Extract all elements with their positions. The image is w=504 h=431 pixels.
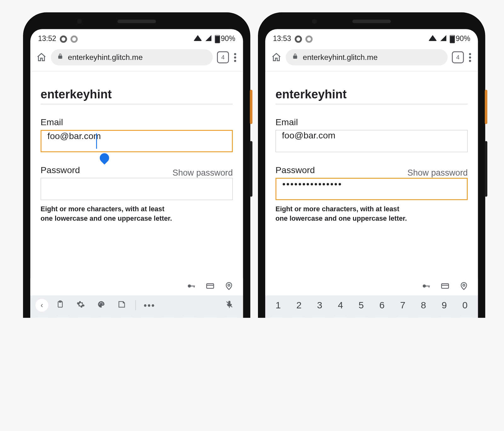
key-r[interactable]: r (331, 317, 349, 318)
sticker-icon[interactable] (113, 300, 130, 311)
tab-switcher[interactable]: 4 (217, 51, 229, 63)
key-icon[interactable] (421, 281, 431, 293)
page-title: enterkeyhint (276, 88, 468, 104)
signal-icon (205, 35, 211, 43)
clipboard-icon[interactable] (52, 300, 69, 311)
key-w[interactable]: w2 (54, 317, 72, 318)
svg-point-5 (228, 284, 230, 286)
svg-point-9 (100, 302, 101, 303)
svg-rect-2 (194, 285, 194, 287)
key-3[interactable]: 3 (309, 300, 330, 311)
battery-icon: 90% (450, 35, 470, 43)
password-hint: Eight or more characters, with at leasto… (41, 204, 233, 223)
status-time: 13:53 (273, 35, 291, 43)
browser-toolbar: enterkeyhint.glitch.me 4 (30, 46, 243, 71)
svg-point-25 (463, 284, 465, 286)
key-1[interactable]: 1 (268, 300, 289, 311)
signal-icon (440, 35, 446, 43)
url-text: enterkeyhint.glitch.me (68, 53, 143, 61)
payment-icon[interactable] (205, 281, 215, 293)
browser-toolbar: enterkeyhint.glitch.me 4 (265, 46, 478, 71)
wifi-icon (193, 35, 202, 43)
password-label: Password (41, 165, 80, 175)
key-y[interactable]: y6 (138, 317, 157, 318)
theme-icon[interactable] (93, 300, 110, 311)
home-icon[interactable] (271, 52, 282, 62)
svg-rect-22 (429, 285, 429, 287)
key-i[interactable]: i (415, 317, 433, 318)
page-title: enterkeyhint (41, 88, 233, 104)
email-input[interactable]: foo@bar.com (41, 130, 233, 152)
web-page: enterkeyhint Email foo@bar.com Password … (265, 71, 478, 278)
autofill-strip (30, 278, 243, 295)
key-e[interactable]: e3 (75, 317, 94, 318)
url-bar[interactable]: enterkeyhint.glitch.me (51, 49, 213, 66)
key-i[interactable]: i8 (180, 317, 198, 318)
mic-off-icon[interactable] (221, 300, 238, 311)
more-icon[interactable]: ••• (141, 300, 158, 310)
overflow-menu-icon[interactable] (468, 51, 472, 63)
autofill-strip (265, 278, 478, 295)
key-o[interactable]: o9 (201, 317, 220, 318)
overflow-menu-icon[interactable] (233, 51, 237, 63)
show-password-toggle[interactable]: Show password (173, 168, 233, 178)
svg-point-0 (188, 284, 191, 287)
settings-icon[interactable] (72, 300, 89, 311)
svg-point-8 (99, 303, 100, 304)
key-e[interactable]: e (310, 317, 329, 318)
keyboard-number-row: 1234567890 (265, 295, 478, 315)
url-bar[interactable]: enterkeyhint.glitch.me (286, 49, 448, 66)
key-9[interactable]: 9 (434, 300, 455, 311)
password-input[interactable]: ••••••••••••••• (276, 178, 468, 200)
key-y[interactable]: y (373, 317, 392, 318)
collapse-toolbar-icon[interactable]: ‹ (36, 299, 49, 312)
key-q[interactable]: q1 (33, 317, 51, 318)
key-p[interactable]: p (457, 317, 476, 318)
key-t[interactable]: t (352, 317, 370, 318)
key-p[interactable]: p0 (222, 317, 241, 318)
chrome-icon (295, 35, 302, 43)
svg-rect-23 (442, 283, 449, 288)
soft-keyboard: 1234567890 qwertyuiop asdfghjkl zxcvbnm … (265, 295, 478, 318)
svg-point-11 (102, 303, 103, 304)
keyboard-toolbar: ‹ ••• (30, 295, 243, 315)
key-0[interactable]: 0 (455, 300, 475, 311)
tab-switcher[interactable]: 4 (452, 51, 464, 63)
web-page: enterkeyhint Email foo@bar.com Password … (30, 71, 243, 278)
chrome-icon (305, 35, 312, 43)
payment-icon[interactable] (440, 281, 450, 293)
email-input[interactable]: foo@bar.com (276, 130, 468, 152)
key-q[interactable]: q (268, 317, 286, 318)
email-label: Email (276, 117, 468, 128)
url-text: enterkeyhint.glitch.me (303, 53, 377, 61)
key-r[interactable]: r4 (96, 317, 115, 318)
status-time: 13:52 (38, 35, 56, 43)
email-label: Email (41, 117, 233, 128)
status-bar: 13:52 90% (30, 29, 243, 46)
key-t[interactable]: t5 (117, 317, 135, 318)
key-4[interactable]: 4 (330, 300, 351, 311)
home-icon[interactable] (36, 52, 47, 62)
key-8[interactable]: 8 (413, 300, 434, 311)
address-icon[interactable] (459, 281, 469, 293)
show-password-toggle[interactable]: Show password (407, 168, 467, 178)
svg-point-20 (423, 284, 426, 287)
key-6[interactable]: 6 (372, 300, 392, 311)
key-icon[interactable] (187, 281, 196, 293)
address-icon[interactable] (224, 281, 234, 293)
svg-point-10 (101, 302, 102, 303)
key-2[interactable]: 2 (289, 300, 309, 311)
wifi-icon (428, 35, 437, 43)
soft-keyboard: ‹ ••• q1w2e3r4t5y6u7i8o9p0 asdfghjkl zxc… (30, 295, 243, 318)
key-5[interactable]: 5 (351, 300, 372, 311)
key-o[interactable]: o (436, 317, 455, 318)
key-u[interactable]: u7 (159, 317, 178, 318)
battery-icon: 90% (215, 35, 235, 43)
key-w[interactable]: w (289, 317, 307, 318)
status-bar: 13:53 90% (265, 29, 478, 46)
key-7[interactable]: 7 (392, 300, 413, 311)
password-input[interactable] (41, 178, 233, 200)
chrome-icon (60, 35, 67, 43)
key-u[interactable]: u (394, 317, 412, 318)
chrome-icon (70, 35, 77, 43)
